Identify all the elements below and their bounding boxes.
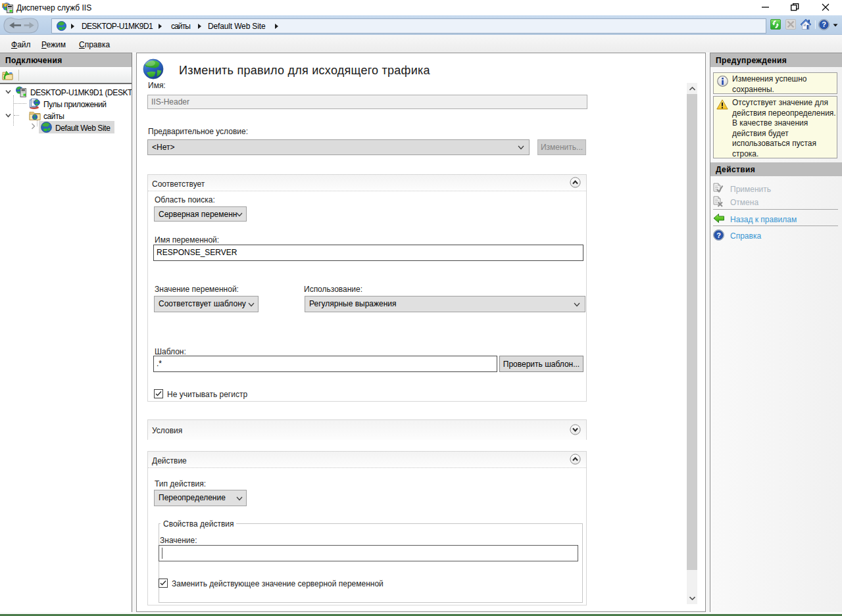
- svg-text:?: ?: [716, 231, 721, 239]
- svg-text:?: ?: [822, 20, 826, 28]
